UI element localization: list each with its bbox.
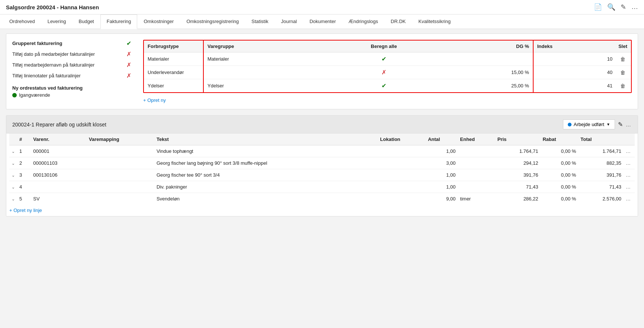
th-hash: # — [17, 134, 31, 145]
td-num-0: 1 — [17, 145, 31, 157]
td-slet-1[interactable]: 🗑 — [615, 66, 631, 79]
forbrugstype-table: Forbrugstype Varegruppe Beregn alle DG %… — [144, 41, 631, 92]
td-expand-2[interactable]: ⌄ — [9, 169, 17, 181]
more-section-icon[interactable]: … — [626, 122, 632, 128]
status-dot — [12, 93, 17, 97]
data-table: # Varenr. Varemapping Tekst Lokation Ant… — [9, 134, 635, 205]
td-actions-2[interactable]: … — [624, 169, 635, 181]
data-row: ⌄ 3 000130106 Georg fischer tee 90° sort… — [9, 169, 635, 181]
td-varemapping-0 — [87, 145, 154, 157]
field-tilfoej-linienotater: Tilføj linienotater på fakturalinjer ✗ — [12, 72, 131, 79]
td-indeks-2: 41 — [533, 79, 615, 93]
td-slet-2[interactable]: 🗑 — [615, 79, 631, 93]
section-bar-right: Arbejde udført ▼ ✎ … — [563, 119, 632, 129]
td-tekst-4: Svendeløn — [154, 193, 378, 205]
td-expand-4[interactable]: ⌄ — [9, 193, 17, 205]
order-section: 200024-1 Reparer afløb og udskift kloset… — [6, 115, 638, 216]
td-enhed-0 — [458, 145, 495, 157]
td-lokation-3 — [378, 181, 426, 193]
th-expand — [9, 134, 17, 145]
td-dg-1: 15,00 % — [443, 66, 533, 79]
td-rabat-1: 0,00 % — [540, 157, 578, 169]
th-pris: Pris — [495, 134, 541, 145]
ny-ordrestatus-label: Ny ordrestatus ved fakturering — [12, 85, 131, 91]
create-new-link[interactable]: + Opret ny — [143, 97, 166, 103]
td-varemapping-2 — [87, 169, 154, 181]
td-tekst-2: Georg fischer tee 90° sort 3/4 — [154, 169, 378, 181]
td-rabat-2: 0,00 % — [540, 169, 578, 181]
td-indeks-1: 40 — [533, 66, 615, 79]
td-dg-0 — [443, 52, 533, 66]
tab-aendringslogs[interactable]: Ændringslogs — [342, 15, 384, 29]
td-expand-1[interactable]: ⌄ — [9, 157, 17, 169]
th-varegruppe: Varegruppe — [203, 41, 325, 52]
th-forbrugstype: Forbrugstype — [144, 41, 203, 52]
tab-fakturering[interactable]: Fakturering — [100, 15, 138, 29]
tab-journal[interactable]: Journal — [275, 15, 303, 29]
tab-omkostningsregistrering[interactable]: Omkostningsregistrering — [180, 15, 245, 29]
td-beregn-2: ✔ — [325, 79, 443, 93]
td-lokation-1 — [378, 157, 426, 169]
td-varemapping-1 — [87, 157, 154, 169]
td-enhed-2 — [458, 169, 495, 181]
td-pris-0: 1.764,71 — [495, 145, 541, 157]
td-actions-0[interactable]: … — [624, 145, 635, 157]
document-icon[interactable]: 📄 — [594, 3, 602, 11]
th-rabat: Rabat — [540, 134, 578, 145]
tab-statistik[interactable]: Statistik — [245, 15, 275, 29]
td-pris-4: 286,22 — [495, 193, 541, 205]
tab-levering[interactable]: Levering — [41, 15, 73, 29]
td-expand-3[interactable]: ⌄ — [9, 181, 17, 193]
td-actions-1[interactable]: … — [624, 157, 635, 169]
td-enhed-1 — [458, 157, 495, 169]
table-row: Ydelser Ydelser ✔ 25,00 % 41 🗑 — [144, 79, 631, 93]
td-varenr-3 — [31, 181, 87, 193]
td-pris-3: 71,43 — [495, 181, 541, 193]
data-row: ⌄ 2 000001103 Georg fischer lang bøjning… — [9, 157, 635, 169]
edit-icon[interactable]: ✎ — [621, 3, 626, 11]
table-row: Materialer Materialer ✔ 10 🗑 — [144, 52, 631, 66]
td-varenr-1: 000001103 — [31, 157, 87, 169]
tab-kvalitetssikring[interactable]: Kvalitetssikring — [412, 15, 457, 29]
status-btn-dot — [568, 123, 571, 126]
th-total: Total — [578, 134, 624, 145]
td-total-0: 1.764,71 — [578, 145, 624, 157]
td-tekst-1: Georg fischer lang bøjning 90° sort 3/8 … — [154, 157, 378, 169]
edit-section-icon[interactable]: ✎ — [618, 121, 623, 128]
status-button[interactable]: Arbejde udført ▼ — [563, 119, 615, 129]
td-rabat-3: 0,00 % — [540, 181, 578, 193]
td-antal-4: 9,00 — [426, 193, 458, 205]
td-total-2: 391,76 — [578, 169, 624, 181]
search-document-icon[interactable]: 🔍 — [607, 3, 615, 11]
td-expand-0[interactable]: ⌄ — [9, 145, 17, 157]
tab-omkostninger[interactable]: Omkostninger — [137, 15, 180, 29]
th-slet: Slet — [615, 41, 631, 52]
tab-ordrehoved[interactable]: Ordrehoved — [3, 15, 41, 29]
td-actions-4[interactable]: … — [624, 193, 635, 205]
data-table-section: # Varenr. Varemapping Tekst Lokation Ant… — [6, 134, 638, 216]
field-tilfoej-dato: Tilføj dato på medarbejder fakturalinjer… — [12, 51, 131, 58]
td-antal-0: 1,00 — [426, 145, 458, 157]
td-lokation-4 — [378, 193, 426, 205]
tab-drdk[interactable]: DR.DK — [384, 15, 412, 29]
td-antal-3: 1,00 — [426, 181, 458, 193]
create-line-link[interactable]: + Opret ny linje — [9, 208, 42, 213]
tab-budget[interactable]: Budget — [73, 15, 100, 29]
status-value: Igangværende — [19, 92, 50, 98]
th-enhed: Enhed — [458, 134, 495, 145]
section-title: 200024-1 Reparer afløb og udskift kloset — [12, 122, 106, 128]
section-bar: 200024-1 Reparer afløb og udskift kloset… — [6, 115, 638, 134]
chevron-down-icon: ▼ — [606, 122, 610, 126]
tab-dokumenter[interactable]: Dokumenter — [303, 15, 342, 29]
th-beregn-alle: Beregn alle — [325, 41, 443, 52]
td-total-3: 71,43 — [578, 181, 624, 193]
td-actions-3[interactable]: … — [624, 181, 635, 193]
td-num-4: 5 — [17, 193, 31, 205]
td-beregn-1: ✗ — [325, 66, 443, 79]
td-forbrugstype-1: Underleverandør — [144, 66, 203, 79]
th-antal: Antal — [426, 134, 458, 145]
td-slet-0[interactable]: 🗑 — [615, 52, 631, 66]
th-indeks: Indeks — [533, 41, 615, 52]
forbrugstype-table-container: Forbrugstype Varegruppe Beregn alle DG %… — [143, 40, 632, 93]
more-icon[interactable]: … — [631, 3, 638, 11]
